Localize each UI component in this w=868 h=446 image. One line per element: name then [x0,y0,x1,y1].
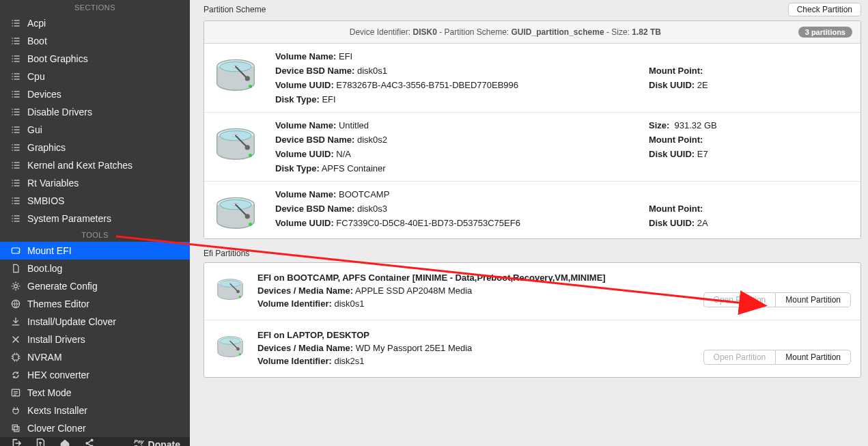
partition-scheme-panel: Device Identifier: DISK0 - Partition Sch… [204,20,861,239]
list-icon [10,212,22,225]
sidebar-item-kernel-and-kext-patches[interactable]: Kernel and Kext Patches [0,156,190,174]
sidebar-item-text-mode[interactable]: Text Mode [0,384,190,402]
efi-section-label: Efi Partitions [204,239,861,262]
gear-icon [10,280,22,292]
disk-icon [204,118,267,173]
sidebar-item-label: Rt Variables [27,178,79,189]
list-icon [10,195,22,207]
efi-title: EFI on LAPTOP, DESKTOP [257,330,369,340]
sidebar-item-disable-drivers[interactable]: Disable Drivers [0,103,190,121]
partition-row[interactable]: Volume Name: EFI Device BSD Name: disk0s… [204,44,860,112]
donate-button[interactable]: PayPal Donate [134,439,180,446]
sidebar-item-label: System Parameters [27,213,111,224]
sidebar-item-label: Install Drivers [27,334,85,345]
sidebar-item-label: Clover Cloner [27,423,86,434]
download-icon [10,316,22,328]
page-title: Partition Scheme [204,5,266,14]
sidebar-item-label: Kexts Installer [27,405,87,416]
logout-icon[interactable] [10,437,22,446]
mount-partition-button[interactable]: Mount Partition [775,292,851,307]
sidebar-item-boot-graphics[interactable]: Boot Graphics [0,50,190,68]
disk-icon [204,187,267,238]
sidebar-item-install-drivers[interactable]: Install Drivers [0,331,190,348]
disk-icon [210,271,251,309]
sidebar-item-clover-cloner[interactable]: Clover Cloner [0,419,190,437]
disk-icon [210,329,251,367]
sidebar-item-label: Disable Drivers [27,107,92,117]
sidebar-item-graphics[interactable]: Graphics [0,139,190,156]
tools-icon [10,333,22,346]
sidebar-item-mount-efi[interactable]: Mount EFI [0,242,190,260]
mount-partition-button[interactable]: Mount Partition [775,350,851,365]
sidebar-item-label: Install/Update Clover [27,316,116,327]
sidebar-item-label: SMBIOS [27,195,64,206]
list-icon [10,17,22,29]
bottom-bar: PayPal Donate [0,437,190,446]
sidebar-item-generate-config[interactable]: Generate Config [0,277,190,295]
efi-panel: EFI on BOOTCAMP, APFS Container [MINIME … [204,262,861,378]
sections-header: SECTIONS [0,0,190,14]
sidebar-item-kexts-installer[interactable]: Kexts Installer [0,402,190,419]
main-area: Partition Scheme Check Partition Device … [190,0,868,446]
text-icon [10,387,22,399]
partitions-list[interactable]: Volume Name: EFI Device BSD Name: disk0s… [204,44,860,238]
sidebar-item-smbios[interactable]: SMBIOS [0,192,190,210]
partition-row[interactable]: Volume Name: Untitled Device BSD Name: d… [204,112,860,181]
sidebar-item-gui[interactable]: Gui [0,121,190,139]
sidebar-item-rt-variables[interactable]: Rt Variables [0,174,190,192]
list-icon [10,88,22,100]
doc-icon [10,262,22,275]
disk-icon [204,49,267,104]
list-icon [10,70,22,83]
list-icon [10,35,22,47]
efi-row: EFI on LAPTOP, DESKTOP Devices / Media N… [204,320,860,377]
efi-title: EFI on BOOTCAMP, APFS Container [MINIME … [257,273,606,283]
partition-row[interactable]: Volume Name: BOOTCAMP Device BSD Name: d… [204,181,860,238]
plug-icon [10,404,22,417]
sidebar-item-devices[interactable]: Devices [0,85,190,103]
globe-icon [10,298,22,310]
list-icon [10,159,22,171]
sidebar-item-label: Devices [27,89,61,100]
efi-row: EFI on BOOTCAMP, APFS Container [MINIME … [204,263,860,320]
list-icon [10,106,22,118]
check-partition-button[interactable]: Check Partition [788,3,861,16]
list-icon [10,53,22,65]
sidebar-item-hex-converter[interactable]: HEX converter [0,366,190,384]
sidebar-item-label: Generate Config [27,281,98,292]
sidebar-item-label: Mount EFI [27,245,72,256]
share-icon[interactable] [83,437,96,446]
sidebar-item-label: Themes Editor [27,298,89,309]
partition-count-badge: 3 partitions [798,27,852,38]
tools-header: TOOLS [0,227,190,242]
sidebar-item-label: Boot Graphics [27,53,88,64]
sidebar: SECTIONS AcpiBootBoot GraphicsCpuDevices… [0,0,190,446]
sidebar-item-label: Text Mode [27,387,72,398]
drive-icon [10,245,22,257]
open-partition-button[interactable]: Open Partition [703,350,776,365]
list-icon [10,124,22,136]
sidebar-item-cpu[interactable]: Cpu [0,68,190,85]
list-icon [10,141,22,154]
sidebar-item-label: Acpi [27,18,46,29]
sidebar-item-boot-log[interactable]: Boot.log [0,260,190,277]
home-icon[interactable] [59,437,71,446]
sidebar-item-install-update-clover[interactable]: Install/Update Clover [0,313,190,331]
sidebar-item-system-parameters[interactable]: System Parameters [0,210,190,227]
sidebar-item-acpi[interactable]: Acpi [0,14,190,32]
svg-point-23 [91,439,94,442]
open-partition-button[interactable]: Open Partition [703,292,776,307]
sidebar-item-label: Boot [27,36,47,46]
sidebar-item-label: Gui [27,124,42,135]
sidebar-item-label: HEX converter [27,370,89,380]
sidebar-item-themes-editor[interactable]: Themes Editor [0,295,190,313]
sidebar-item-label: Graphics [27,142,66,153]
sidebar-item-label: Kernel and Kext Patches [27,160,132,171]
sidebar-item-nvram[interactable]: NVRAM [0,348,190,366]
copy-icon [10,422,22,434]
sidebar-item-label: Boot.log [27,263,62,274]
export-icon[interactable] [34,437,46,446]
chip-icon [10,351,22,363]
list-icon [10,177,22,189]
sidebar-item-boot[interactable]: Boot [0,32,190,50]
